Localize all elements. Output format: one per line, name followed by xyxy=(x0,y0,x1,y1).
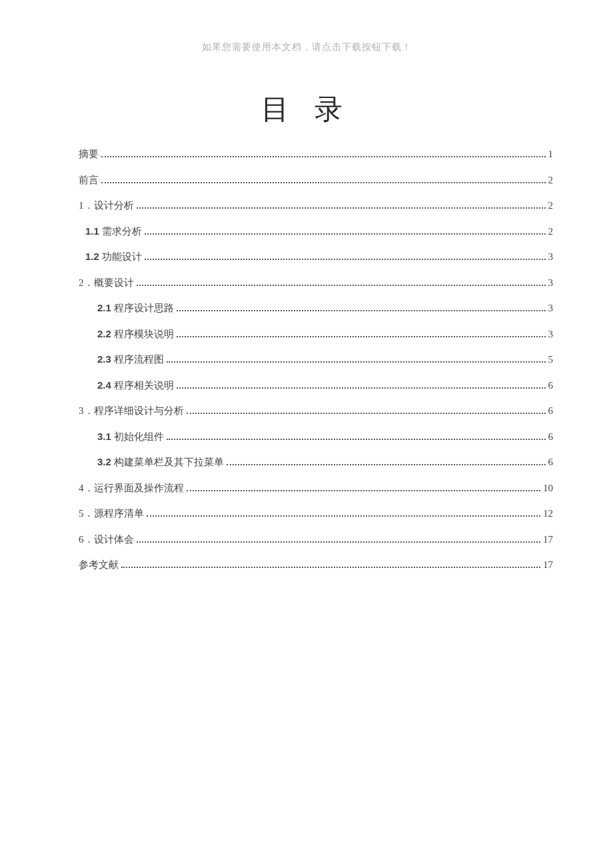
toc-page-number: 6 xyxy=(548,378,554,393)
toc-entry-text: 构建菜单栏及其下拉菜单 xyxy=(111,457,224,467)
toc-page-number: 2 xyxy=(548,198,554,213)
toc-row: 1.2 功能设计3 xyxy=(79,244,553,270)
toc-entry-label: 3.1 初始化组件 xyxy=(97,429,164,445)
toc-leader-dots xyxy=(121,559,540,569)
toc-entry-label: 3．程序详细设计与分析 xyxy=(79,403,184,419)
toc-entry-text: 程序流程图 xyxy=(111,354,164,365)
toc-entry-text: 功能设计 xyxy=(99,251,142,262)
toc-row: 2.3 程序流程图5 xyxy=(79,347,553,373)
toc-entry-label: 1．设计分析 xyxy=(79,198,134,213)
toc-row: 2.4 程序相关说明6 xyxy=(79,373,553,399)
toc-page-number: 10 xyxy=(543,481,553,496)
toc-entry-number: 3.2 xyxy=(97,456,111,467)
toc-entry-label: 2.1 程序设计思路 xyxy=(97,301,174,316)
toc-page-number: 17 xyxy=(543,557,553,573)
toc-entry-label: 摘要 xyxy=(79,147,99,162)
toc-page-number: 3 xyxy=(548,327,554,342)
toc-entry-number: 2.1 xyxy=(97,302,111,313)
toc-row: 6．设计体会17 xyxy=(79,527,553,553)
toc-row: 3．程序详细设计与分析6 xyxy=(79,398,553,424)
toc-entry-label: 6．设计体会 xyxy=(79,532,134,547)
toc-entry-label: 参考文献 xyxy=(79,557,119,573)
header-note: 如果您需要使用本文档，请点击下载按钮下载！ xyxy=(0,0,613,53)
toc-entry-label: 3.2 构建菜单栏及其下拉菜单 xyxy=(97,455,224,470)
toc-page-number: 2 xyxy=(548,173,554,188)
toc-entry-text: 需求分析 xyxy=(99,226,142,237)
toc-page-number: 12 xyxy=(543,506,553,521)
toc-row: 2．概要设计3 xyxy=(79,270,553,296)
toc-row: 4．运行界面及操作流程10 xyxy=(79,475,553,501)
toc-entry-label: 2．概要设计 xyxy=(79,275,134,291)
table-of-contents: 摘要1前言21．设计分析21.1 需求分析21.2 功能设计32．概要设计32.… xyxy=(0,141,613,578)
toc-row: 1.1 需求分析2 xyxy=(79,219,553,245)
toc-leader-dots xyxy=(177,328,546,337)
toc-page-number: 2 xyxy=(548,224,554,239)
toc-entry-label: 5．源程序清单 xyxy=(79,506,144,521)
toc-page-number: 17 xyxy=(543,532,553,547)
toc-leader-dots xyxy=(147,508,541,517)
toc-leader-dots xyxy=(167,354,546,363)
toc-page-number: 6 xyxy=(548,429,554,445)
toc-entry-label: 2.3 程序流程图 xyxy=(97,352,164,367)
toc-page-number: 3 xyxy=(548,301,554,316)
toc-leader-dots xyxy=(137,533,541,543)
toc-entry-text: 程序设计思路 xyxy=(111,303,174,313)
toc-row: 5．源程序清单12 xyxy=(79,501,553,527)
toc-entry-label: 前言 xyxy=(79,173,99,188)
toc-leader-dots xyxy=(167,431,546,440)
toc-leader-dots xyxy=(145,225,546,235)
toc-page-number: 6 xyxy=(548,403,554,419)
toc-entry-number: 2.3 xyxy=(97,353,111,365)
toc-entry-number: 1.2 xyxy=(85,251,99,262)
toc-entry-label: 2.4 程序相关说明 xyxy=(97,378,174,393)
toc-leader-dots xyxy=(177,379,546,389)
toc-entry-text: 初始化组件 xyxy=(111,431,164,442)
toc-leader-dots xyxy=(137,200,546,209)
toc-leader-dots xyxy=(227,457,546,466)
toc-row: 1．设计分析2 xyxy=(79,193,553,219)
toc-row: 2.2 程序模块说明3 xyxy=(79,321,553,347)
toc-leader-dots xyxy=(177,303,546,312)
toc-entry-number: 1.1 xyxy=(85,225,99,237)
toc-row: 参考文献17 xyxy=(79,552,553,578)
toc-page-number: 5 xyxy=(548,352,554,367)
toc-entry-label: 1.1 需求分析 xyxy=(85,224,142,239)
toc-page-number: 3 xyxy=(548,275,554,291)
toc-page-number: 6 xyxy=(548,455,554,470)
toc-leader-dots xyxy=(137,277,546,286)
toc-entry-text: 程序模块说明 xyxy=(111,329,174,339)
toc-leader-dots xyxy=(187,482,541,491)
toc-row: 3.1 初始化组件6 xyxy=(79,424,553,450)
toc-entry-label: 2.2 程序模块说明 xyxy=(97,327,174,342)
toc-entry-text: 程序相关说明 xyxy=(111,380,174,391)
toc-entry-number: 3.1 xyxy=(97,431,111,442)
toc-leader-dots xyxy=(187,405,546,415)
toc-entry-number: 2.2 xyxy=(97,328,111,339)
toc-entry-number: 2.4 xyxy=(97,379,111,391)
toc-row: 前言2 xyxy=(79,167,553,193)
page-title: 目 录 xyxy=(0,53,613,141)
toc-row: 3.2 构建菜单栏及其下拉菜单6 xyxy=(79,449,553,475)
toc-entry-label: 4．运行界面及操作流程 xyxy=(79,481,184,496)
toc-row: 摘要1 xyxy=(79,141,553,167)
toc-page-number: 3 xyxy=(548,249,554,265)
toc-entry-label: 1.2 功能设计 xyxy=(85,249,142,265)
toc-leader-dots xyxy=(101,149,546,158)
toc-leader-dots xyxy=(101,174,546,183)
toc-row: 2.1 程序设计思路3 xyxy=(79,295,553,321)
toc-leader-dots xyxy=(145,251,546,261)
toc-page-number: 1 xyxy=(548,147,554,162)
